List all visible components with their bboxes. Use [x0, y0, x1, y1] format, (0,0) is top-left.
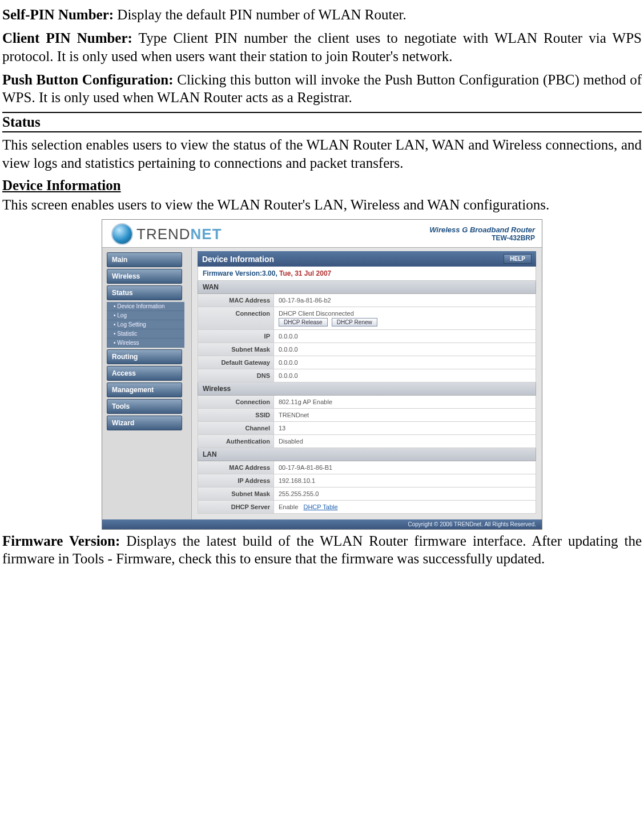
wl-chan-row: Channel 13: [198, 422, 536, 435]
nav-sub-wl[interactable]: • Wireless: [107, 339, 184, 348]
nav-sub-logset[interactable]: • Log Setting: [107, 320, 184, 329]
router-screenshot: TRENDNET Wireless G Broadband Router TEW…: [2, 219, 642, 530]
nav-routing[interactable]: Routing: [107, 349, 182, 364]
dhcp-table-link[interactable]: DHCP Table: [303, 503, 337, 510]
lan-mac-row: MAC Address 00-17-9A-81-86-B1: [198, 461, 536, 474]
lbl-clientpin: Client PIN Number:: [2, 30, 132, 46]
logo-icon: [111, 223, 133, 245]
wan-mask-row: Subnet Mask 0.0.0.0: [198, 343, 536, 356]
model-label: Wireless G Broadband Router TEW-432BRP: [429, 225, 535, 242]
wan-dns-row: DNS 0.0.0.0: [198, 369, 536, 382]
wan-gw-row: Default Gateway 0.0.0.0: [198, 356, 536, 369]
sidebar: Main Wireless Status • Device Informatio…: [102, 248, 191, 519]
lan-header: LAN: [198, 448, 536, 461]
para-devinfo: This screen enables users to view the WL…: [2, 196, 642, 213]
heading-devinfo: Device Information: [2, 178, 642, 194]
txt-selfpin: Display the default PIN number of WLAN R…: [114, 7, 406, 22]
wl-header: Wireless: [198, 382, 536, 396]
firmware-line: Firmware Version:3.00, Tue, 31 Jul 2007: [198, 267, 536, 281]
divider-bottom: [2, 131, 642, 132]
lan-dhcp-row: DHCP Server Enable DHCP Table: [198, 501, 536, 514]
dhcp-release-button[interactable]: DHCP Release: [279, 318, 328, 327]
para-selfpin: Self-PIN Number: Display the default PIN…: [2, 6, 642, 23]
wan-ip-row: IP 0.0.0.0: [198, 330, 536, 343]
help-button[interactable]: HELP: [504, 254, 532, 264]
nav-sub-log[interactable]: • Log: [107, 311, 184, 320]
wl-auth-row: Authentication Disabled: [198, 435, 536, 448]
wan-conn-row: Connection DHCP Client Disconnected DHCP…: [198, 307, 536, 330]
main-panel: Device Information HELP Firmware Version…: [191, 248, 542, 519]
divider-top: [2, 112, 642, 113]
nav-sub-stat[interactable]: • Statistic: [107, 329, 184, 339]
lan-mask-row: Subnet Mask 255.255.255.0: [198, 487, 536, 501]
panel-title: Device Information: [202, 255, 274, 264]
lbl-pbc: Push Button Configuration:: [2, 72, 174, 87]
wan-header: WAN: [198, 281, 536, 294]
wl-ssid-row: SSID TRENDnet: [198, 409, 536, 422]
nav-wizard[interactable]: Wizard: [107, 416, 182, 430]
wan-conn-state: DHCP Client Disconnected: [279, 310, 531, 317]
brand-text: TRENDNET: [136, 225, 222, 243]
router-footer: Copyright © 2006 TRENDnet. All Rights Re…: [102, 519, 542, 529]
nav-sub-devinfo[interactable]: • Device Information: [107, 302, 184, 311]
nav-tools[interactable]: Tools: [107, 399, 182, 414]
nav-status[interactable]: Status: [107, 285, 182, 300]
nav-wireless[interactable]: Wireless: [107, 269, 182, 284]
lan-dhcp-state: Enable: [279, 503, 298, 510]
router-header: TRENDNET Wireless G Broadband Router TEW…: [102, 220, 542, 247]
nav-main[interactable]: Main: [107, 252, 182, 267]
heading-status: Status: [2, 114, 642, 130]
wl-conn-row: Connection 802.11g AP Enable: [198, 396, 536, 409]
para-clientpin: Client PIN Number: Type Client PIN numbe…: [2, 29, 642, 65]
wan-mac-row: MAC Address 00-17-9a-81-86-b2: [198, 294, 536, 307]
para-pbc: Push Button Configuration: Clicking this…: [2, 71, 642, 107]
lan-ip-row: IP Address 192.168.10.1: [198, 474, 536, 487]
lbl-selfpin: Self-PIN Number:: [2, 7, 114, 22]
panel-header: Device Information HELP: [198, 251, 536, 267]
para-fw: Firmware Version: Displays the latest bu…: [2, 532, 642, 568]
nav-mgmt[interactable]: Management: [107, 382, 182, 397]
lbl-fw: Firmware Version:: [2, 533, 120, 549]
brand-logo: TRENDNET: [111, 223, 222, 245]
nav-access[interactable]: Access: [107, 366, 182, 381]
dhcp-renew-button[interactable]: DHCP Renew: [332, 318, 377, 327]
para-status: This selection enables users to view the…: [2, 136, 642, 172]
